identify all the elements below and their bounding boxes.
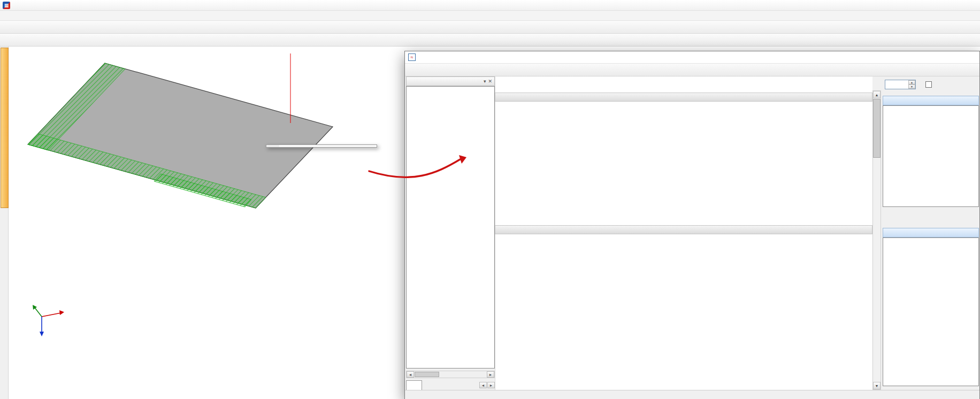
scroll-up-icon[interactable]: ▲ <box>873 91 881 98</box>
plate-surface[interactable] <box>28 63 333 208</box>
chart-vscrollbar[interactable]: ▲ ▼ <box>872 90 881 390</box>
dialog-right-panel: ▲▼ <box>881 76 980 390</box>
checkbox-box[interactable] <box>925 81 932 88</box>
window-titlebar: ▦ <box>0 0 980 11</box>
spin-up-icon[interactable]: ▲ <box>908 80 915 85</box>
x-spinner[interactable]: ▲▼ <box>908 80 915 89</box>
navigator-header: ▾ ✕ <box>406 76 495 86</box>
dialog-titlebar[interactable]: ≈ <box>405 51 979 64</box>
project-navigator-tab[interactable] <box>1 48 9 208</box>
navigator-tabs: ◄ ► <box>406 379 495 390</box>
viewport-legend <box>11 49 14 50</box>
pin-icon[interactable]: ▾ <box>484 79 486 84</box>
dialog-statusbar <box>405 390 979 399</box>
result-diagram-icon: ≈ <box>408 53 416 61</box>
table-vy <box>883 237 979 386</box>
tab-scroll-right-icon[interactable]: ► <box>487 382 495 388</box>
spin-down-icon[interactable]: ▼ <box>908 85 915 89</box>
scroll-down-icon[interactable]: ▼ <box>873 382 881 389</box>
rfem-window: ▦ <box>0 0 980 399</box>
line-release-hatch-bottom <box>28 134 266 208</box>
table-n <box>883 105 979 207</box>
navigator-hscrollbar[interactable]: ◄ ► <box>406 371 495 378</box>
toolbar-standard <box>0 21 980 34</box>
panel-strip <box>0 47 9 399</box>
scroll-thumb[interactable] <box>873 99 881 158</box>
tab-scroll-left-icon[interactable]: ◄ <box>479 382 487 388</box>
tab-ergebnisse[interactable] <box>406 380 422 390</box>
line-release-hatch-top <box>28 63 125 150</box>
table-vy-title <box>883 228 979 237</box>
chart-n-header <box>495 93 872 102</box>
line-release-hatch-inner <box>154 174 251 207</box>
chart-vy-header <box>495 225 872 234</box>
dialog-ergebnisverlaeufe: ≈ ▾ ✕ ◄ ► ◄ <box>404 51 980 399</box>
menu-bar <box>0 11 980 21</box>
table-n-title <box>883 96 979 105</box>
close-panel-icon[interactable]: ✕ <box>488 79 492 84</box>
axes-triad <box>33 305 64 336</box>
toolbar-insert <box>0 34 980 47</box>
dialog-navigator-panel: ▾ ✕ ◄ ► ◄ ► <box>406 76 495 390</box>
model-3d <box>9 47 404 399</box>
scroll-left-icon[interactable]: ◄ <box>407 371 414 378</box>
x-position-row: ▲▼ <box>883 79 979 90</box>
scroll-right-icon[interactable]: ► <box>487 371 494 378</box>
scroll-thumb[interactable] <box>415 372 439 377</box>
fest-checkbox[interactable] <box>925 81 934 88</box>
rfem-app-icon: ▦ <box>3 2 10 9</box>
navigator-tree <box>406 86 495 369</box>
context-menu <box>266 144 377 148</box>
dialog-toolbar <box>405 64 979 76</box>
